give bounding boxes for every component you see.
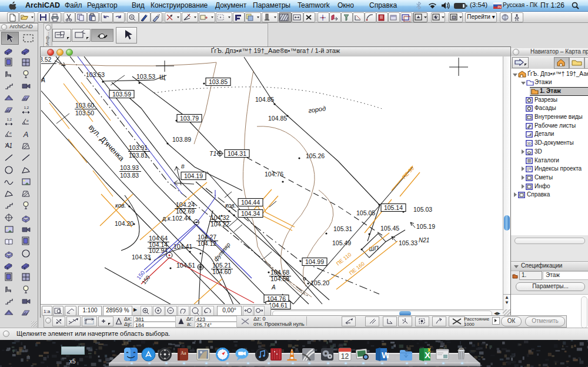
svg-text:105.33: 105.33: [399, 239, 417, 246]
svg-text:103.83: 103.83: [120, 172, 139, 179]
svg-text:3.52: 3.52: [41, 56, 52, 63]
svg-text:Т1: Т1: [209, 150, 216, 157]
svg-text:103.53: 103.53: [86, 71, 105, 78]
svg-text:ПЕ 90: ПЕ 90: [401, 165, 415, 180]
svg-text:W: W: [382, 350, 389, 360]
svg-text:104.51: 104.51: [176, 262, 195, 269]
svg-text:вул. Д'яченка: вул. Д'яченка: [87, 123, 126, 164]
svg-text:город: город: [308, 105, 326, 114]
svg-text:104.31: 104.31: [228, 150, 246, 157]
svg-text:А: А: [271, 284, 276, 291]
svg-text:3D: 3D: [527, 142, 532, 145]
svg-text:103.59: 103.59: [112, 91, 131, 98]
svg-text:12: 12: [341, 352, 349, 361]
svg-text:104.61: 104.61: [269, 302, 288, 309]
svg-text:103.81: 103.81: [129, 152, 148, 159]
svg-text:105.45: 105.45: [380, 225, 399, 232]
svg-text:103.60: 103.60: [75, 102, 94, 109]
svg-text:103.79: 103.79: [180, 115, 199, 122]
svg-text:104.20: 104.20: [115, 220, 133, 227]
svg-text:α: α: [26, 119, 29, 122]
svg-text:104.99: 104.99: [305, 258, 324, 265]
svg-text:104.34: 104.34: [241, 210, 260, 217]
svg-text:103.91: 103.91: [129, 144, 148, 151]
svg-text:1:a: 1:a: [44, 309, 51, 314]
svg-text:Щ: Щ: [159, 74, 165, 81]
svg-text:X: X: [425, 350, 430, 360]
svg-text:103.93: 103.93: [120, 164, 139, 171]
svg-text:105.05: 105.05: [356, 209, 375, 216]
svg-text:В: В: [181, 164, 185, 169]
svg-text:103.50: 103.50: [75, 109, 94, 116]
svg-text:104.19: 104.19: [184, 172, 203, 179]
svg-text:105.20: 105.20: [310, 279, 329, 286]
svg-text:103.53: 103.53: [136, 73, 155, 80]
svg-text:РК: РК: [497, 5, 501, 9]
svg-text:1,2: 1,2: [24, 106, 29, 109]
svg-text:104.33: 104.33: [132, 253, 151, 261]
svg-text:105.14: 105.14: [384, 204, 403, 211]
svg-text:103.89: 103.89: [172, 136, 191, 143]
svg-text:105.26: 105.26: [306, 152, 325, 159]
svg-text:1,2: 1,2: [7, 118, 12, 121]
svg-text:д.к.102.44: д.к.102.44: [162, 215, 191, 222]
svg-text:105.49: 105.49: [332, 239, 351, 246]
svg-text:α: α: [9, 131, 12, 135]
svg-text:103.85: 103.85: [209, 78, 228, 85]
svg-text:105.03: 105.03: [413, 206, 432, 213]
svg-text:104.41: 104.41: [173, 243, 192, 250]
svg-text:A1: A1: [5, 142, 12, 149]
svg-text:А: А: [41, 76, 45, 84]
svg-text:Aa: Aa: [181, 351, 186, 356]
svg-text:ков.: ков.: [115, 202, 126, 209]
svg-text:104.85: 104.85: [268, 115, 287, 122]
svg-text:ков.: ков.: [225, 202, 236, 209]
svg-text:105.31: 105.31: [333, 225, 352, 232]
svg-text:104.76: 104.76: [265, 171, 283, 178]
svg-text:N21: N21: [419, 237, 429, 243]
svg-text:104.44: 104.44: [241, 199, 260, 206]
svg-text:105.19: 105.19: [416, 223, 435, 230]
svg-text:A: A: [23, 130, 29, 139]
svg-text:104.85: 104.85: [255, 96, 274, 103]
